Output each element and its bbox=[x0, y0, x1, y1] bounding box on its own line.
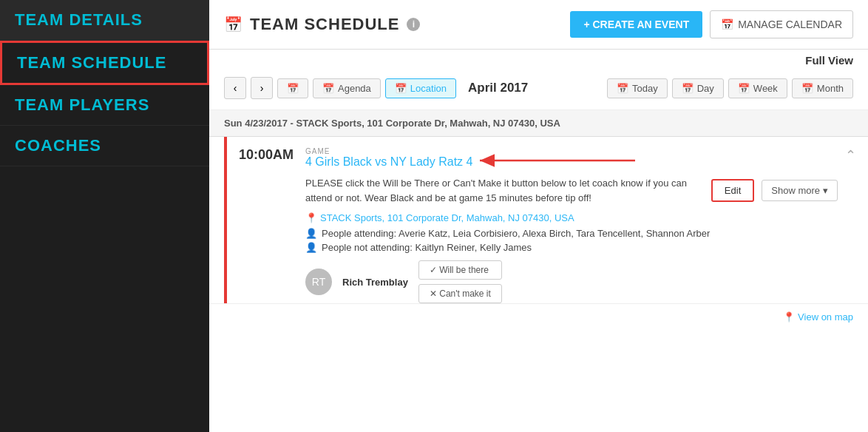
event-description: PLEASE click the Will be There or Can't … bbox=[305, 176, 704, 205]
month-label: April 2017 bbox=[468, 81, 528, 95]
show-more-button[interactable]: Show more ▾ bbox=[762, 180, 838, 201]
event-details: PLEASE click the Will be There or Can't … bbox=[305, 176, 838, 303]
calendar-picker-button[interactable]: 📅 bbox=[277, 78, 308, 98]
agenda-button[interactable]: 📅 Agenda bbox=[313, 78, 381, 98]
month-button[interactable]: 📅 Month bbox=[792, 78, 853, 98]
toolbar-left: ‹ › 📅 📅 Agenda 📅 Location April 2017 bbox=[224, 77, 535, 99]
week-button[interactable]: 📅 Week bbox=[728, 78, 787, 98]
today-button[interactable]: 📅 Today bbox=[607, 78, 668, 98]
sidebar-item-team-details[interactable]: TEAM DETAILS bbox=[0, 0, 209, 41]
event-info: GAME 4 Girls Black vs NY Lady Ratz 4 bbox=[305, 147, 838, 303]
manage-calendar-icon: 📅 bbox=[721, 18, 733, 30]
cant-make-button[interactable]: ✕ Can't make it bbox=[418, 284, 502, 303]
event-time: 10:00AM bbox=[239, 147, 305, 303]
event-name-container: 4 Girls Black vs NY Lady Ratz 4 bbox=[305, 155, 472, 169]
header-left: 📅 TEAM SCHEDULE i bbox=[224, 15, 420, 34]
location-button[interactable]: 📅 Location bbox=[385, 78, 456, 98]
people-not-icon: 👤 bbox=[305, 242, 317, 253]
cal-picker-icon: 📅 bbox=[287, 83, 299, 94]
sidebar: TEAM DETAILS TEAM SCHEDULE TEAM PLAYERS … bbox=[0, 0, 209, 432]
sidebar-item-team-schedule[interactable]: TEAM SCHEDULE bbox=[0, 41, 209, 85]
day-icon: 📅 bbox=[682, 83, 694, 94]
next-button[interactable]: › bbox=[251, 77, 273, 99]
collapse-button[interactable]: ⌃ bbox=[845, 147, 856, 303]
info-icon[interactable]: i bbox=[407, 18, 420, 31]
people-not-attending: 👤 People not attending: Kaitlyn Reiner, … bbox=[305, 242, 838, 253]
prev-button[interactable]: ‹ bbox=[224, 77, 246, 99]
event-name[interactable]: 4 Girls Black vs NY Lady Ratz 4 bbox=[305, 155, 472, 168]
map-pin-icon: 📍 bbox=[783, 311, 795, 323]
event-actions-row: PLEASE click the Will be There or Can't … bbox=[305, 176, 838, 205]
view-on-map-row: 📍 View on map bbox=[209, 303, 868, 330]
rsvp-name: Rich Tremblay bbox=[342, 277, 408, 288]
day-button[interactable]: 📅 Day bbox=[672, 78, 724, 98]
agenda-icon: 📅 bbox=[322, 83, 334, 94]
calendar-icon: 📅 bbox=[224, 16, 243, 33]
full-view-label: Full View bbox=[209, 50, 868, 67]
chevron-down-icon: ▾ bbox=[823, 185, 828, 196]
manage-calendar-button[interactable]: 📅 MANAGE CALENDAR bbox=[710, 10, 853, 38]
people-icon: 👤 bbox=[305, 228, 317, 239]
event-date-bar: Sun 4/23/2017 - STACK Sports, 101 Corpor… bbox=[209, 110, 868, 137]
rsvp-row: RT Rich Tremblay ✓ Will be there ✕ Can't… bbox=[305, 260, 838, 303]
week-icon: 📅 bbox=[738, 83, 750, 94]
view-on-map-link[interactable]: 📍 View on map bbox=[783, 311, 853, 323]
today-icon: 📅 bbox=[617, 83, 628, 94]
calendar-toolbar: ‹ › 📅 📅 Agenda 📅 Location April 2017 📅 T… bbox=[209, 67, 868, 110]
header-right: + CREATE AN EVENT 📅 MANAGE CALENDAR bbox=[570, 10, 853, 38]
event-location-link[interactable]: 📍 STACK Sports, 101 Corporate Dr, Mahwah… bbox=[305, 212, 838, 223]
people-attending: 👤 People attending: Averie Katz, Leia Co… bbox=[305, 228, 838, 239]
event-section: Sun 4/23/2017 - STACK Sports, 101 Corpor… bbox=[209, 110, 868, 432]
will-be-there-button[interactable]: ✓ Will be there bbox=[418, 260, 502, 280]
location-icon: 📅 bbox=[395, 83, 407, 94]
avatar: RT bbox=[305, 269, 332, 295]
main-content: 📅 TEAM SCHEDULE i + CREATE AN EVENT 📅 MA… bbox=[209, 0, 868, 432]
toolbar-right: 📅 Today 📅 Day 📅 Week 📅 Month bbox=[607, 78, 853, 98]
event-card: 10:00AM GAME 4 Girls Black vs NY Lady Ra… bbox=[224, 137, 868, 303]
sidebar-item-team-players[interactable]: TEAM PLAYERS bbox=[0, 85, 209, 126]
month-icon: 📅 bbox=[801, 83, 813, 94]
main-header: 📅 TEAM SCHEDULE i + CREATE AN EVENT 📅 MA… bbox=[209, 0, 868, 50]
rsvp-buttons: ✓ Will be there ✕ Can't make it bbox=[418, 260, 502, 303]
sidebar-item-coaches[interactable]: COACHES bbox=[0, 126, 209, 166]
create-event-button[interactable]: + CREATE AN EVENT bbox=[570, 11, 702, 38]
pin-icon: 📍 bbox=[305, 212, 317, 223]
page-title: TEAM SCHEDULE bbox=[250, 15, 399, 34]
edit-button[interactable]: Edit bbox=[711, 179, 754, 202]
event-type-label: GAME bbox=[305, 147, 838, 155]
